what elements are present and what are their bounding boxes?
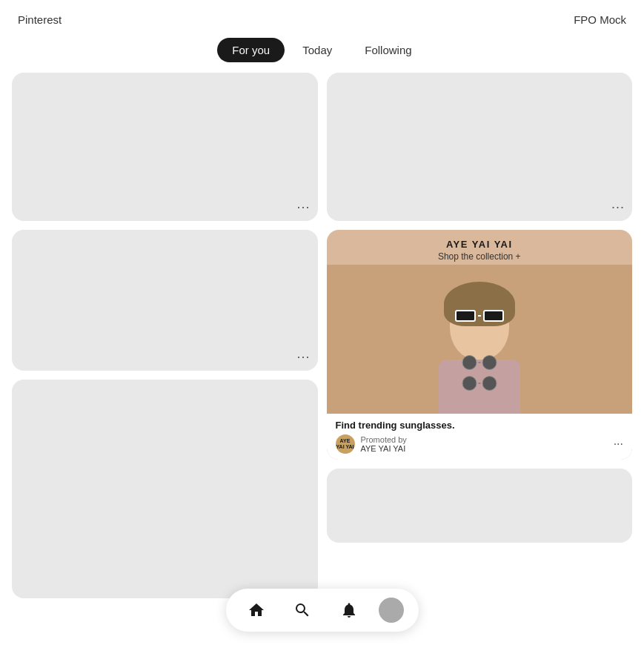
search-nav-button[interactable] [286,594,319,626]
app-logo: Pinterest [18,13,62,26]
pin-card[interactable]: ··· [12,230,318,371]
pin-more-options[interactable]: ··· [296,199,310,215]
home-nav-button[interactable] [240,594,273,626]
pin-more-options[interactable]: ··· [296,349,310,365]
search-icon [293,601,311,619]
pin-card[interactable]: ··· [12,73,318,221]
pin-card[interactable] [12,380,318,598]
tab-today[interactable]: Today [288,38,347,62]
home-icon [248,601,265,619]
bridge-sm [478,362,480,363]
lens-sm-right [482,355,497,370]
tab-bar: For you Today Following [0,32,644,73]
ad-more-options[interactable]: ··· [614,437,623,451]
ad-title: Find trending sunglasses. [336,420,624,431]
bridge-sm [478,383,480,384]
pin-grid: ··· ··· ··· AYE YAI YAI Shop the collect… [12,73,632,598]
ad-shop-text: Shop the collection + [337,251,623,262]
sunglasses-round-1 [462,355,497,370]
ad-image [327,265,633,435]
ad-promo-row: AYEYAI YAI Promoted by AYE YAI YAI ··· [336,434,624,454]
profile-nav-button[interactable] [379,598,404,623]
pin-card[interactable] [327,469,633,543]
ad-avatar: AYEYAI YAI [336,434,355,454]
person-head [450,289,509,360]
phone-frame: Pinterest FPO Mock For you Today Followi… [0,0,644,645]
lens-sm-left [462,376,477,391]
tab-following[interactable]: Following [350,38,426,62]
sunglasses-main [455,310,504,322]
ad-promo-text: Promoted by AYE YAI YAI [361,435,614,453]
sunglasses-round-2 [462,376,497,391]
pin-more-options[interactable]: ··· [611,199,625,215]
promoted-label: Promoted by [361,435,614,444]
right-column: ··· AYE YAI YAI Shop the collection + [327,73,633,598]
fpo-label: FPO Mock [574,13,626,26]
lens-sm-right [482,376,497,391]
app-header: Pinterest FPO Mock [0,0,644,32]
ad-brand-name: AYE YAI YAI [337,239,623,250]
notifications-nav-button[interactable] [333,594,365,626]
left-column: ··· ··· [12,73,318,598]
bell-icon [340,601,358,619]
person-figure [327,265,633,435]
lens-left [455,310,476,322]
promo-brand: AYE YAI YAI [361,444,614,453]
sunglasses-hanging [462,355,497,391]
tab-for-you[interactable]: For you [217,38,285,62]
bottom-nav [226,589,419,632]
lens-right [483,310,504,322]
feed-content: ··· ··· ··· AYE YAI YAI Shop the collect… [0,73,644,645]
pin-card[interactable]: ··· [327,73,633,221]
ad-header: AYE YAI YAI Shop the collection + [327,230,633,265]
ad-footer: Find trending sunglasses. AYEYAI YAI Pro… [327,414,633,460]
ad-card[interactable]: AYE YAI YAI Shop the collection + [327,230,633,460]
lens-sm-left [462,355,477,370]
lens-bridge [478,315,481,317]
